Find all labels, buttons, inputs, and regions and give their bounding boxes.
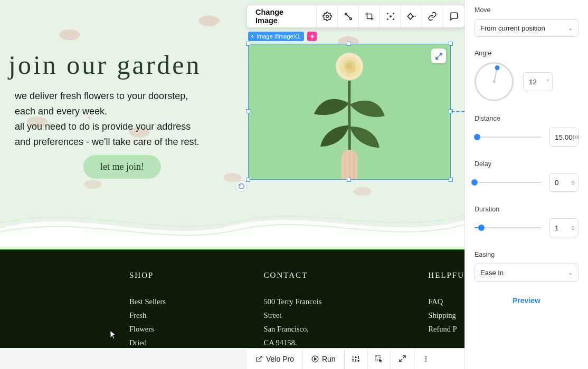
adjustments-icon (352, 355, 360, 363)
expand-button[interactable] (391, 348, 414, 369)
delay-label: Delay (475, 160, 578, 168)
duration-slider[interactable] (475, 224, 542, 231)
chevron-down-icon: ⌄ (568, 269, 573, 276)
element-toolbar: Change Image (247, 5, 464, 27)
distance-slider[interactable] (475, 133, 542, 141)
selected-image-element[interactable] (248, 44, 451, 180)
move-select[interactable]: From current position ⌄ (475, 19, 578, 37)
footer-heading: CONTACT (264, 271, 334, 280)
selection-tag[interactable]: Image #imageX1 (248, 32, 304, 41)
hero-copy-line: all you need to do is provide your addre… (15, 119, 200, 134)
footer-address-line: San Francisco, (264, 322, 334, 336)
duration-input[interactable]: 1 s (549, 218, 578, 237)
inspect-cursor-icon (375, 355, 383, 363)
alignment-guide (451, 111, 464, 112)
footer-address-line: CA 94158. (264, 336, 334, 348)
adjustments-button[interactable] (345, 348, 368, 369)
settings-icon[interactable] (317, 5, 338, 27)
resize-handle-w[interactable] (246, 109, 250, 113)
animation-bolt-badge[interactable] (307, 32, 317, 41)
svg-point-8 (425, 356, 426, 357)
hero-title: join our garden (8, 50, 201, 80)
footer-link[interactable]: Best Sellers (129, 295, 169, 308)
undo-badge-button[interactable] (235, 180, 247, 192)
angle-unit: ° (546, 78, 549, 85)
resize-handle-se[interactable] (449, 178, 453, 182)
angle-dial[interactable] (475, 62, 514, 101)
resize-handle-s[interactable] (347, 178, 351, 182)
expand-element-button[interactable] (431, 48, 446, 63)
footer-link[interactable]: Fresh Flowers (129, 308, 169, 336)
selection-tag-label: Image #imageX1 (257, 33, 300, 40)
run-button[interactable]: Run (303, 348, 345, 369)
angle-input[interactable]: 12 ° (523, 72, 553, 91)
footer-link[interactable]: Dried Flowers (129, 336, 169, 348)
footer-heading: SHOP (129, 271, 169, 280)
site-footer: SHOP Best Sellers Fresh Flowers Dried Fl… (0, 249, 464, 348)
preview-button[interactable]: Preview (475, 286, 578, 315)
selection-breadcrumb[interactable]: Image #imageX1 (248, 32, 317, 41)
editor-canvas[interactable]: join our garden + we deliver fresh flowe… (0, 0, 464, 348)
distance-unit: px (573, 133, 580, 141)
easing-select-value: Ease In (480, 269, 504, 277)
svg-point-2 (349, 18, 352, 20)
expand-icon (435, 52, 443, 60)
resize-handle-nw[interactable] (246, 42, 250, 46)
flower-image-content (305, 46, 394, 179)
chevron-down-icon: ⌄ (568, 25, 573, 32)
change-image-button[interactable]: Change Image (247, 5, 317, 27)
delay-value: 0 (555, 179, 559, 187)
duration-thumb[interactable] (478, 225, 485, 231)
crop-icon[interactable] (359, 5, 380, 27)
resize-handle-ne[interactable] (449, 42, 453, 46)
footer-link[interactable]: Refund P (428, 322, 464, 336)
inspect-button[interactable] (368, 348, 391, 369)
footer-heading: HELPFU (428, 271, 464, 280)
comment-icon[interactable] (443, 5, 464, 27)
footer-link[interactable]: FAQ (428, 295, 464, 308)
distance-value: 15.00 (555, 133, 573, 141)
distance-input[interactable]: 15.00 px (549, 128, 578, 147)
footer-link[interactable]: Shipping (428, 308, 464, 322)
link-icon[interactable] (422, 5, 443, 27)
svg-point-0 (326, 15, 328, 18)
easing-label: Easing (475, 251, 578, 258)
animation-panel: Move From current position ⌄ Angle 12 ° … (464, 0, 588, 369)
more-button[interactable] (414, 348, 438, 369)
delay-input[interactable]: 0 s (549, 173, 578, 192)
animation-icon[interactable] (338, 5, 359, 27)
angle-label: Angle (475, 50, 578, 57)
easing-select[interactable]: Ease In ⌄ (475, 264, 578, 281)
duration-value: 1 (555, 224, 559, 232)
footer-address-line: 500 Terry Francois Street (264, 295, 334, 322)
decorative-wave (0, 199, 464, 247)
let-me-join-button[interactable]: let me join! (83, 155, 161, 179)
angle-value: 12 (529, 78, 537, 86)
svg-point-3 (390, 16, 391, 17)
resize-handle-sw[interactable] (246, 178, 250, 182)
angle-center-dot (493, 81, 496, 83)
resize-handle-n[interactable] (347, 42, 351, 46)
distance-label: Distance (475, 115, 578, 122)
focus-icon[interactable] (380, 5, 401, 27)
delay-unit: s (572, 179, 575, 186)
mask-icon[interactable] (401, 5, 422, 27)
hero-copy-line: each and every week. (15, 104, 200, 119)
hero-copy-line: we deliver fresh flowers to your doorste… (15, 89, 200, 104)
velo-pro-button[interactable]: Velo Pro (247, 348, 303, 369)
external-link-icon (255, 355, 263, 363)
move-label: Move (475, 6, 578, 14)
footer-col-shop: SHOP Best Sellers Fresh Flowers Dried Fl… (129, 271, 169, 348)
svg-point-5 (346, 63, 353, 70)
angle-handle-dot[interactable] (495, 65, 500, 70)
undo-icon (238, 183, 245, 190)
svg-point-9 (425, 358, 426, 359)
bolt-icon (310, 34, 315, 40)
more-vertical-icon (422, 355, 430, 363)
footer-col-help: HELPFU FAQ Shipping Refund P (428, 271, 464, 348)
delay-slider[interactable] (475, 179, 542, 186)
duration-unit: s (572, 224, 575, 231)
distance-thumb[interactable] (474, 134, 480, 140)
svg-point-1 (345, 13, 347, 15)
delay-thumb[interactable] (471, 179, 478, 186)
